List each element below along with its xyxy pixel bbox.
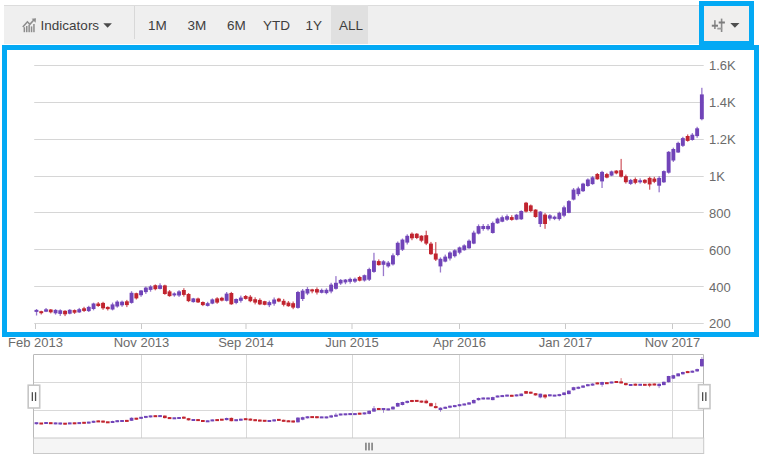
svg-text:1K: 1K [709, 169, 725, 184]
svg-text:Nov 2013: Nov 2013 [114, 335, 170, 350]
svg-text:200: 200 [709, 316, 731, 331]
svg-text:Nov 2017: Nov 2017 [645, 335, 701, 350]
svg-text:1.2K: 1.2K [709, 132, 736, 147]
svg-text:1.6K: 1.6K [709, 58, 736, 73]
svg-text:Sep 2014: Sep 2014 [218, 335, 274, 350]
svg-text:Jan 2017: Jan 2017 [539, 335, 593, 350]
svg-text:600: 600 [709, 243, 731, 258]
svg-text:Feb 2013: Feb 2013 [8, 335, 63, 350]
svg-text:800: 800 [709, 206, 731, 221]
svg-text:1.4K: 1.4K [709, 95, 736, 110]
svg-text:Jun 2015: Jun 2015 [325, 335, 379, 350]
svg-text:400: 400 [709, 280, 731, 295]
svg-text:Apr 2016: Apr 2016 [433, 335, 486, 350]
